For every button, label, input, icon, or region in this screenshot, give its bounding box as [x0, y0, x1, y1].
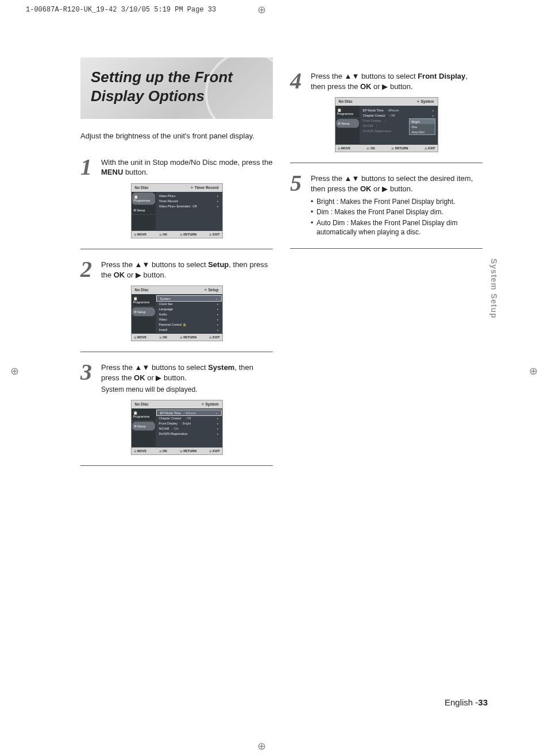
step-number: 2	[80, 260, 97, 280]
updown-icon: ▲▼	[345, 72, 360, 80]
right-column: 4 Press the ▲▼ buttons to select Front D…	[290, 57, 483, 476]
osd-screenshot-3: No Disc System Programme Setup EP Mode T…	[131, 400, 223, 455]
crop-mark-icon: ⊕	[10, 365, 19, 377]
step-number: 3	[80, 362, 97, 394]
step-number: 5	[290, 173, 306, 238]
step-text: Press the ▲▼ buttons to select Setup, th…	[101, 260, 273, 280]
step-text: With the unit in Stop mode/No Disc mode,…	[101, 157, 273, 178]
right-icon: ▶	[382, 82, 388, 91]
section-title: Setting up the Front Display Options	[91, 68, 263, 105]
divider	[290, 248, 483, 249]
updown-icon: ▲▼	[135, 260, 150, 269]
osd-screenshot-1: No Disc Timer Record Programme Setup Vid…	[131, 183, 223, 238]
step-number: 4	[290, 71, 306, 91]
step-text: Press the ▲▼ buttons to select Front Dis…	[311, 71, 483, 91]
step-text: Press the ▲▼ buttons to select the desir…	[311, 173, 483, 238]
print-header: 1-00687A-R120-UK_19-42 3/10/05 5:19 PM P…	[0, 0, 548, 14]
right-icon: ▶	[382, 184, 388, 193]
divider	[290, 163, 483, 163]
intro-text: Adjust the brightness of the unit's fron…	[80, 132, 273, 141]
divider	[80, 352, 273, 352]
step-4: 4 Press the ▲▼ buttons to select Front D…	[290, 71, 483, 91]
step-text: Press the ▲▼ buttons to select System, t…	[101, 362, 273, 394]
right-icon: ▶	[156, 373, 161, 382]
osd-screenshot-2: No Disc Setup Programme Setup System▸ Cl…	[131, 286, 223, 341]
page-footer: English -33	[445, 697, 488, 707]
crop-mark-icon: ⊕	[257, 3, 266, 16]
crop-mark-icon: ⊕	[257, 740, 266, 753]
crop-mark-icon: ⊕	[529, 365, 538, 377]
divider	[80, 465, 273, 466]
left-column: Setting up the Front Display Options Adj…	[80, 57, 273, 476]
step-number: 1	[80, 157, 97, 178]
section-title-box: Setting up the Front Display Options	[80, 57, 273, 119]
osd-screenshot-4: No Disc System Programme Setup EP Mode T…	[335, 97, 438, 152]
page-content: Setting up the Front Display Options Adj…	[80, 57, 483, 476]
section-tab: System Setup	[489, 259, 499, 319]
step-1: 1 With the unit in Stop mode/No Disc mod…	[80, 157, 273, 178]
updown-icon: ▲▼	[135, 363, 150, 372]
right-icon: ▶	[136, 271, 141, 279]
option-list: Bright : Makes the Front Panel Display b…	[311, 197, 483, 237]
step-3: 3 Press the ▲▼ buttons to select System,…	[80, 362, 273, 394]
step-5: 5 Press the ▲▼ buttons to select the des…	[290, 173, 483, 238]
step-2: 2 Press the ▲▼ buttons to select Setup, …	[80, 260, 273, 280]
divider	[80, 249, 273, 249]
front-display-dropdown: Bright Dim Auto Dim	[409, 118, 435, 135]
updown-icon: ▲▼	[345, 174, 360, 183]
